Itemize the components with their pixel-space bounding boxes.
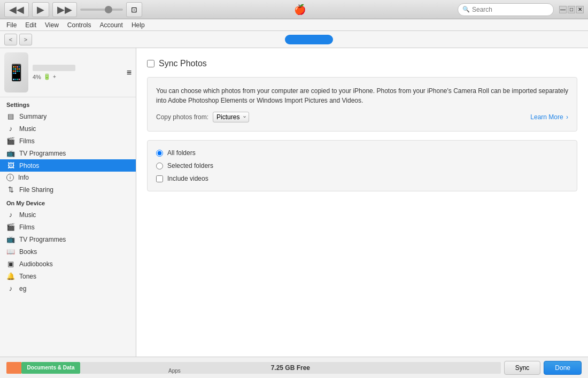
- airplay-button[interactable]: ⊡: [126, 2, 142, 17]
- next-track-button[interactable]: ▶▶: [52, 2, 77, 17]
- all-folders-radio[interactable]: [156, 150, 163, 157]
- learn-more-link[interactable]: Learn More ›: [530, 113, 568, 121]
- sync-progress-area: [34, 35, 584, 44]
- sidebar: 📱 4% 🔋 + ≡ Settings ▤ Summary ♪ Music: [0, 48, 136, 357]
- sidebar-item-file-sharing[interactable]: ⇅ File Sharing: [0, 183, 136, 196]
- back-button[interactable]: <: [4, 34, 17, 45]
- prev-track-button[interactable]: ◀◀: [4, 2, 29, 17]
- menu-help[interactable]: Help: [127, 19, 149, 30]
- sidebar-item-tv-programmes[interactable]: 📺 TV Programmes: [0, 147, 136, 159]
- sidebar-item-info[interactable]: i Info: [0, 172, 136, 183]
- device-tones-icon: 🔔: [6, 272, 15, 280]
- sync-progress-bar: [285, 35, 333, 44]
- folders-box: All folders Selected folders Include vid…: [147, 140, 577, 191]
- sidebar-item-label: File Sharing: [19, 186, 53, 194]
- done-button[interactable]: Done: [544, 361, 582, 375]
- sidebar-item-label: Music: [19, 211, 36, 219]
- summary-icon: ▤: [6, 112, 15, 120]
- play-button[interactable]: ▶: [32, 2, 49, 17]
- search-input[interactable]: [472, 6, 547, 13]
- sidebar-item-music[interactable]: ♪ Music: [0, 122, 136, 135]
- menu-view[interactable]: View: [41, 19, 63, 30]
- title-bar-center: 🍎: [142, 4, 458, 16]
- docs-segment-label: Documents & Data: [27, 365, 75, 371]
- menu-account[interactable]: Account: [96, 19, 127, 30]
- tv-icon: 📺: [6, 149, 15, 157]
- copy-from-left: Copy photos from: Pictures: [156, 112, 249, 122]
- pictures-select[interactable]: Pictures: [213, 112, 249, 122]
- device-films-icon: 🎬: [6, 223, 15, 231]
- sidebar-item-device-tones[interactable]: 🔔 Tones: [0, 270, 136, 282]
- volume-slider[interactable]: [80, 9, 123, 11]
- sidebar-item-films[interactable]: 🎬 Films: [0, 135, 136, 147]
- sidebar-item-device-books[interactable]: 📖 Books: [0, 245, 136, 258]
- sync-photos-checkbox[interactable]: [147, 60, 154, 67]
- forward-button[interactable]: >: [19, 34, 32, 45]
- free-label: 7.25 GB Free: [271, 364, 310, 372]
- menu-edit[interactable]: Edit: [21, 19, 41, 30]
- menu-controls[interactable]: Controls: [63, 19, 96, 30]
- sidebar-item-device-music[interactable]: ♪ Music: [0, 209, 136, 221]
- battery-icon: 🔋: [43, 73, 51, 80]
- on-my-device-label-text: On My Device: [6, 200, 45, 206]
- sidebar-item-label: Audiobooks: [19, 260, 53, 268]
- search-box[interactable]: 🔍: [458, 3, 554, 16]
- sync-button[interactable]: Sync: [504, 361, 541, 375]
- free-segment: 7.25 GB Free: [80, 362, 501, 374]
- sidebar-item-label: Tones: [19, 273, 36, 280]
- selected-folders-radio[interactable]: [156, 163, 163, 169]
- storage-bar-icon[interactable]: ≡: [127, 68, 131, 78]
- apple-logo-icon: 🍎: [294, 4, 306, 16]
- storage-segments: Documents & Data 7.25 GB Free: [6, 362, 501, 374]
- sidebar-item-label: Films: [19, 137, 35, 145]
- films-icon: 🎬: [6, 137, 15, 145]
- menu-bar: File Edit View Controls Account Help: [0, 19, 588, 31]
- include-videos-row: Include videos: [156, 175, 568, 182]
- include-videos-label[interactable]: Include videos: [167, 175, 208, 182]
- device-music-icon: ♪: [6, 211, 15, 219]
- sidebar-item-label: TV Programmes: [19, 236, 66, 243]
- sidebar-item-label: eg: [19, 285, 26, 292]
- device-info: 4% 🔋 +: [33, 65, 122, 80]
- sidebar-item-summary[interactable]: ▤ Summary: [0, 110, 136, 122]
- selected-folders-label[interactable]: Selected folders: [167, 162, 213, 169]
- main-area: 📱 4% 🔋 + ≡ Settings ▤ Summary ♪ Music: [0, 48, 588, 357]
- info-icon: i: [6, 174, 14, 181]
- battery-info: 4% 🔋 +: [33, 73, 122, 80]
- info-text: You can choose which photos from your co…: [156, 86, 568, 105]
- docs-segment: Documents & Data: [21, 362, 80, 374]
- sidebar-item-photos[interactable]: 🖼 Photos: [0, 159, 136, 172]
- info-box: You can choose which photos from your co…: [147, 77, 577, 132]
- device-section: 📱 4% 🔋 + ≡: [0, 48, 136, 97]
- sidebar-item-label: Music: [19, 125, 36, 133]
- device-eg-icon: ♪: [6, 284, 15, 292]
- minimize-button[interactable]: —: [559, 6, 567, 13]
- sidebar-item-device-eg[interactable]: ♪ eg: [0, 282, 136, 295]
- sidebar-item-device-films[interactable]: 🎬 Films: [0, 221, 136, 233]
- title-bar-right: 🔍 — □ ✕: [458, 3, 584, 16]
- search-icon: 🔍: [462, 6, 470, 13]
- copy-from-row: Copy photos from: Pictures Learn More ›: [156, 112, 568, 122]
- close-button[interactable]: ✕: [576, 6, 584, 13]
- device-name: [33, 65, 75, 71]
- sidebar-item-label: Books: [19, 248, 37, 256]
- all-folders-label[interactable]: All folders: [167, 149, 196, 157]
- charge-icon: +: [53, 74, 56, 80]
- restore-button[interactable]: □: [568, 6, 575, 13]
- learn-more-label: Learn More: [530, 113, 563, 121]
- learn-more-arrow: ›: [566, 113, 568, 121]
- sidebar-item-device-tv[interactable]: 📺 TV Programmes: [0, 233, 136, 245]
- sync-photos-header: Sync Photos: [147, 59, 577, 68]
- file-sharing-icon: ⇅: [6, 186, 15, 194]
- sidebar-item-label: Films: [19, 223, 35, 231]
- sidebar-item-device-audiobooks[interactable]: ▣ Audiobooks: [0, 258, 136, 270]
- all-folders-row: All folders: [156, 149, 568, 157]
- device-tv-icon: 📺: [6, 235, 15, 243]
- include-videos-checkbox[interactable]: [156, 175, 163, 182]
- settings-section-label: Settings: [0, 97, 136, 110]
- settings-label-text: Settings: [6, 102, 29, 108]
- music-icon: ♪: [6, 125, 15, 133]
- sync-photos-title[interactable]: Sync Photos: [159, 59, 207, 68]
- apps-label: Apps: [168, 368, 181, 374]
- menu-file[interactable]: File: [2, 19, 21, 30]
